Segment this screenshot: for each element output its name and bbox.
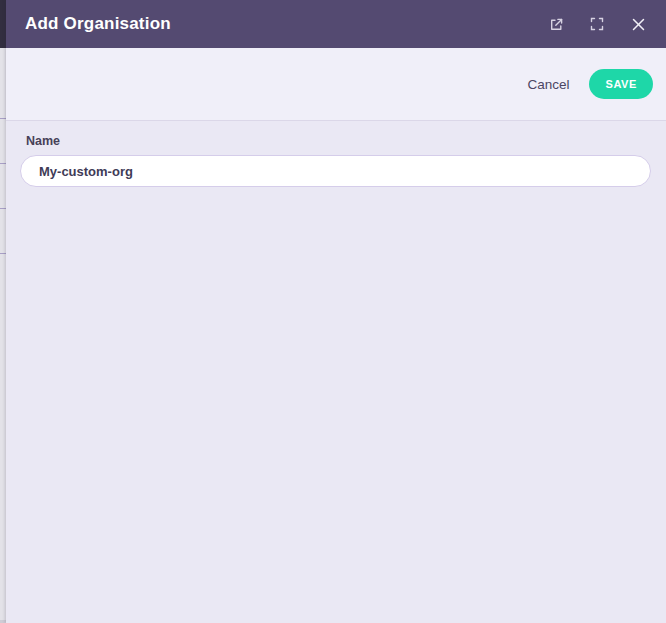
name-input[interactable] [20, 155, 651, 187]
cancel-button[interactable]: Cancel [527, 77, 569, 92]
save-button[interactable]: SAVE [589, 69, 653, 99]
screen: Add Organisation [0, 0, 666, 623]
fullscreen-icon[interactable] [584, 11, 610, 37]
page-title: Add Organisation [25, 14, 171, 34]
form-body: Name [6, 121, 666, 623]
close-icon[interactable] [625, 11, 651, 37]
action-toolbar: Cancel SAVE [6, 48, 666, 121]
name-field-label: Name [26, 134, 651, 148]
add-organisation-panel: Add Organisation [6, 0, 666, 623]
panel-header: Add Organisation [6, 0, 666, 48]
header-icons [543, 11, 651, 37]
open-in-new-window-icon[interactable] [543, 11, 569, 37]
